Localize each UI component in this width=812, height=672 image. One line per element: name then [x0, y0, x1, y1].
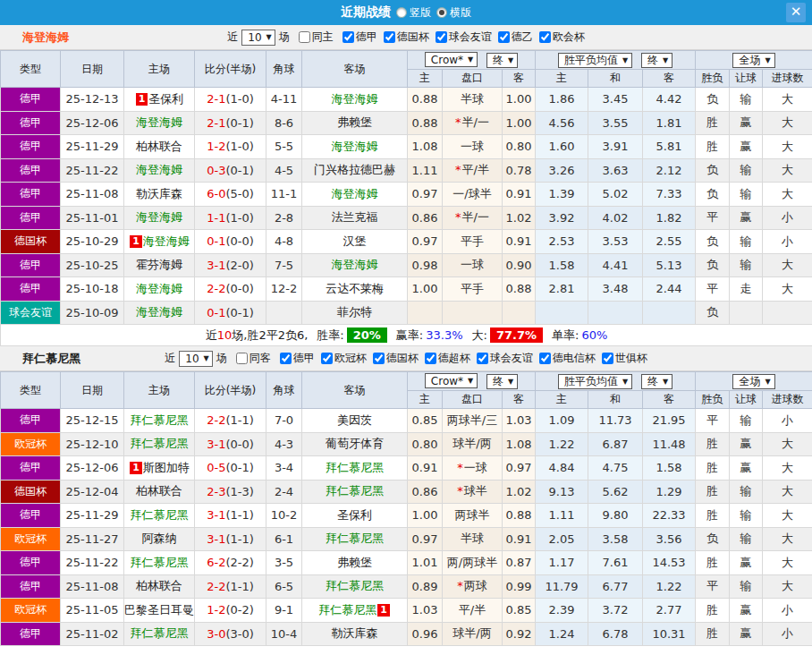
mean-away: 22.33: [643, 504, 696, 528]
radio-vertical-icon[interactable]: [396, 7, 407, 18]
league-checkbox-input[interactable]: [477, 353, 488, 364]
score-cell: 2-1(0-1): [195, 111, 266, 135]
team-name: 柏林联合: [136, 579, 182, 592]
league-checkbox-input[interactable]: [539, 31, 551, 43]
league-checkbox-input[interactable]: [425, 353, 436, 364]
radio-horizontal-icon[interactable]: [436, 7, 447, 18]
league-checkbox[interactable]: 欧会杯: [539, 30, 585, 45]
handicap-result: 赢: [730, 135, 763, 159]
col-type: 类型: [1, 51, 61, 88]
league-checkbox-input[interactable]: [373, 353, 385, 364]
league-checkbox-input[interactable]: [280, 353, 292, 364]
away-team: 海登海姆: [302, 253, 408, 277]
goals-result: 大: [763, 456, 812, 481]
league-checkbox[interactable]: 欧冠杯: [321, 351, 367, 366]
odds-stage-select[interactable]: 终▼: [486, 374, 518, 389]
mean-home: 3.92: [536, 206, 588, 230]
venue-checkbox[interactable]: 同主: [299, 30, 334, 45]
mean-away: 1.22: [643, 574, 696, 599]
chevron-down-icon: ▼: [663, 56, 668, 64]
mean-home: 11.79: [536, 574, 588, 599]
mean-home: 2.39: [536, 599, 588, 623]
league-checkbox[interactable]: 德国杯: [384, 30, 429, 45]
team-name: 菲尔特: [337, 305, 372, 319]
handicap: *平/半: [443, 158, 503, 183]
league-checkbox[interactable]: 德甲: [343, 30, 377, 45]
chevron-down-icon: ▼: [468, 377, 473, 385]
league-checkbox[interactable]: 德乙: [498, 30, 533, 45]
goals-result: 大: [763, 574, 812, 599]
odds-home: 1.00: [408, 504, 443, 528]
home-team: 柏林联合: [124, 574, 195, 599]
handicap: [443, 301, 503, 325]
score-cell: 6-2(2-2): [195, 551, 266, 575]
league-checkbox[interactable]: 世俱杯: [602, 351, 647, 366]
team-name: 拜仁慕尼黑: [131, 626, 189, 640]
col-score: 比分(半场): [195, 51, 266, 88]
venue-checkbox-input[interactable]: [299, 31, 310, 43]
team-name: 美因茨: [337, 413, 372, 427]
mean-stage-select[interactable]: 终▼: [641, 53, 672, 68]
odds-company-select[interactable]: Crow*▼: [425, 52, 478, 67]
mean-home: 1.58: [536, 253, 588, 277]
mean-away: 10.31: [643, 622, 696, 646]
score-cell: 3-0(3-0): [195, 622, 266, 646]
mean-home: 1.86: [536, 88, 588, 112]
league-checkbox[interactable]: 德甲: [280, 351, 315, 366]
radio-vertical-layout[interactable]: 竖版: [396, 5, 431, 21]
mean-stage-select[interactable]: 终▼: [641, 374, 672, 389]
league-checkbox[interactable]: 德国杯: [373, 351, 419, 366]
team-name: 圣保利: [337, 508, 372, 522]
team-name: 弗赖堡: [337, 115, 372, 129]
mean-type-select[interactable]: 胜平负均值▼: [558, 53, 632, 68]
score-cell: 2-2(1-1): [195, 574, 266, 599]
summary-text: 近: [206, 328, 217, 342]
mean-type-select[interactable]: 胜平负均值▼: [558, 374, 632, 389]
league-checkbox-input[interactable]: [384, 31, 395, 43]
recent-count-select[interactable]: 10 ▼: [179, 351, 212, 367]
league-checkbox[interactable]: 德电信杯: [539, 351, 596, 366]
team-name: 海登海姆: [332, 187, 378, 200]
odds-stage-select[interactable]: 终▼: [486, 53, 518, 68]
match-row: 欧冠杯25-12-10拜仁慕尼黑3-1(0-0)4-3葡萄牙体育0.80球半/两…: [1, 432, 812, 456]
home-team: 柏林联合: [124, 135, 195, 159]
league-checkbox-input[interactable]: [498, 31, 510, 43]
league-checkbox[interactable]: 球会友谊: [436, 30, 492, 45]
league-checkbox-input[interactable]: [436, 31, 447, 43]
handicap-result: [730, 301, 763, 325]
venue-checkbox-input[interactable]: [236, 353, 248, 364]
odds-company-select[interactable]: Crow*▼: [425, 373, 478, 388]
home-team: 巴黎圣日耳曼: [124, 599, 195, 623]
odds-away: 1.03: [503, 409, 536, 433]
recent-count-select[interactable]: 10 ▼: [241, 30, 275, 46]
near-label: 近: [165, 351, 175, 366]
mean-home: 2.05: [536, 527, 588, 551]
match-row: 德甲25-11-02拜仁慕尼黑3-0(3-0)10-4勒沃库森0.96球半/两0…: [1, 622, 812, 646]
odds-home: 0.98: [408, 253, 443, 277]
match-date: 25-11-22: [61, 551, 124, 575]
radio-horizontal-layout[interactable]: 横版: [436, 5, 471, 21]
col-mean-away: 客: [643, 70, 696, 88]
scope-select[interactable]: 全场▼: [732, 53, 774, 68]
radio-vertical-label: 竖版: [410, 5, 431, 21]
away-team: 法兰克福: [302, 206, 408, 230]
away-team: 海登海姆: [302, 135, 408, 159]
mean-draw: 4.75: [588, 456, 643, 481]
venue-checkbox[interactable]: 同客: [236, 351, 271, 366]
league-checkbox-input[interactable]: [602, 353, 613, 364]
scope-select[interactable]: 全场▼: [732, 374, 774, 389]
league-checkbox-input[interactable]: [321, 353, 333, 364]
league-checkbox-input[interactable]: [343, 31, 354, 43]
league-checkbox-input[interactable]: [539, 353, 551, 364]
col-goals: 进球数: [763, 70, 812, 88]
fulltime-score: 2-1: [207, 92, 225, 106]
team-title: 海登海姆: [22, 30, 69, 46]
handicap-result: 输: [730, 158, 763, 183]
close-icon[interactable]: ✕: [786, 3, 806, 22]
league-checkbox[interactable]: 球会友谊: [477, 351, 533, 366]
mean-away: 1.82: [643, 206, 696, 230]
col-mean-home: 主: [536, 391, 588, 409]
mean-home: 4.84: [536, 456, 588, 481]
league-checkbox[interactable]: 德超杯: [425, 351, 470, 366]
team-title: 拜仁慕尼黑: [22, 351, 80, 367]
